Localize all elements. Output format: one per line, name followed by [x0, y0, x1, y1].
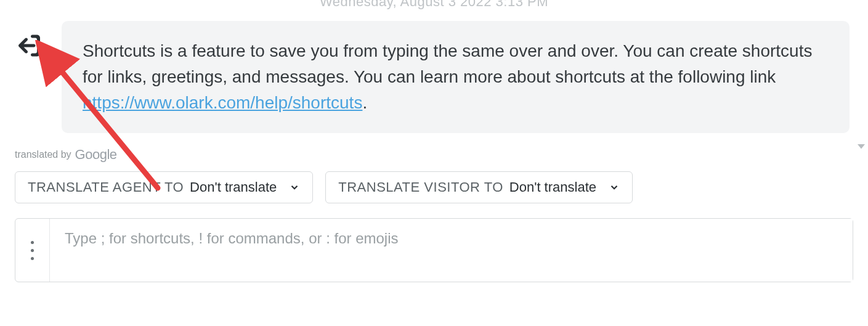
composer-drag-handle[interactable]	[15, 219, 50, 282]
composer	[15, 218, 853, 282]
translate-visitor-value: Don't translate	[509, 179, 596, 195]
svg-marker-2	[858, 144, 865, 149]
message-bubble: Shortcuts is a feature to save you from …	[62, 21, 850, 133]
chevron-down-icon	[609, 182, 620, 193]
translate-agent-value: Don't translate	[190, 179, 277, 195]
scroll-down-icon[interactable]	[856, 141, 867, 152]
translated-by-label: translated by	[15, 149, 71, 160]
chevron-down-icon	[289, 182, 300, 193]
message-text-suffix: .	[362, 93, 367, 112]
translate-visitor-select[interactable]: TRANSLATE VISITOR TO Don't translate	[325, 171, 633, 203]
message-input[interactable]	[50, 219, 853, 282]
translate-agent-select[interactable]: TRANSLATE AGENT TO Don't translate	[15, 171, 313, 203]
share-icon	[18, 33, 43, 58]
share-action[interactable]	[18, 21, 43, 60]
translated-by: translated by Google	[0, 144, 868, 168]
message-row: Shortcuts is a feature to save you from …	[0, 10, 868, 144]
drag-dots-icon	[31, 241, 34, 260]
translate-controls: TRANSLATE AGENT TO Don't translate TRANS…	[0, 168, 868, 214]
translate-visitor-label: TRANSLATE VISITOR TO	[338, 179, 503, 195]
google-logo: Google	[75, 147, 117, 163]
message-timestamp: Wednesday, August 3 2022 3:13 PM	[0, 0, 868, 10]
translate-agent-label: TRANSLATE AGENT TO	[28, 179, 184, 195]
message-text: Shortcuts is a feature to save you from …	[83, 41, 812, 86]
message-link[interactable]: https://www.olark.com/help/shortcuts	[83, 93, 362, 112]
